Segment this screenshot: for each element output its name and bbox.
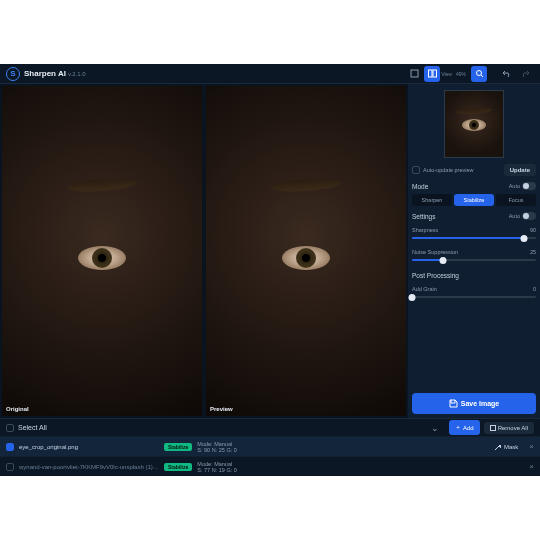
remove-all-button[interactable]: Remove All (484, 422, 534, 434)
file-mode-tag: Stabilize (164, 443, 192, 451)
mode-focus[interactable]: Focus (496, 194, 536, 206)
chevron-down-icon[interactable]: ⌄ (431, 423, 439, 433)
update-button[interactable]: Update (504, 164, 536, 176)
file-row[interactable]: wynand-van-poortvliet-7KKMF9vV0lc-unspla… (0, 456, 540, 476)
zoom-value: 49% (456, 71, 466, 77)
original-label: Original (6, 406, 29, 412)
noise-label: Noise Suppression (412, 249, 458, 255)
sidebar: Auto-update preview Update Mode Auto Sha… (408, 84, 540, 418)
remove-file-icon[interactable]: × (523, 462, 534, 471)
main-area: Original Preview Auto-update preview Upd… (0, 84, 540, 418)
sharpness-value: 90 (530, 227, 536, 233)
select-all-checkbox[interactable] (6, 424, 14, 432)
app-logo-icon: S (6, 67, 20, 81)
preview-thumbnail[interactable] (444, 90, 504, 158)
app-window: S Sharpen AI v.2.1.0 View 49% Original P… (0, 64, 540, 476)
undo-button[interactable] (499, 66, 515, 82)
file-checkbox[interactable] (6, 443, 14, 451)
file-name: wynand-van-poortvliet-7KKMF9vV0lc-unspla… (19, 464, 159, 470)
settings-section-label: Settings (412, 213, 436, 220)
mode-auto-toggle[interactable] (522, 182, 536, 190)
mask-button[interactable]: Mask (494, 443, 518, 451)
file-checkbox[interactable] (6, 463, 14, 471)
svg-rect-1 (428, 70, 432, 77)
preview-pane: Preview (206, 86, 406, 416)
add-file-button[interactable]: ＋Add (449, 420, 480, 435)
titlebar: S Sharpen AI v.2.1.0 View 49% (0, 64, 540, 84)
noise-slider[interactable] (412, 256, 536, 264)
svg-line-4 (481, 75, 483, 77)
file-row[interactable]: eye_crop_original.png Stabilize Mode: Ma… (0, 436, 540, 456)
zoom-icon[interactable] (471, 66, 487, 82)
original-pane: Original (2, 86, 202, 416)
save-image-button[interactable]: Save Image (412, 393, 536, 414)
settings-auto-toggle[interactable] (522, 212, 536, 220)
post-processing-label: Post Processing (412, 272, 459, 279)
noise-value: 25 (530, 249, 536, 255)
auto-update-checkbox[interactable] (412, 166, 420, 174)
app-version: v.2.1.0 (68, 71, 86, 77)
app-title: Sharpen AI (24, 69, 66, 78)
view-split-icon[interactable] (424, 66, 440, 82)
mode-stabilize[interactable]: Stabilize (454, 194, 494, 206)
svg-rect-2 (433, 70, 437, 77)
file-name: eye_crop_original.png (19, 444, 159, 450)
image-viewer[interactable]: Original Preview (0, 84, 408, 418)
file-list-panel: Select All ⌄ ＋Add Remove All eye_crop_or… (0, 418, 540, 476)
view-label: View (441, 71, 452, 77)
auto-update-label: Auto-update preview (423, 167, 473, 173)
svg-point-3 (476, 71, 481, 76)
remove-file-icon[interactable]: × (523, 442, 534, 451)
select-all-label: Select All (18, 424, 47, 431)
mode-sharpen[interactable]: Sharpen (412, 194, 452, 206)
sharpness-label: Sharpness (412, 227, 438, 233)
svg-rect-0 (411, 70, 418, 77)
grain-label: Add Grain (412, 286, 437, 292)
grain-value: 0 (533, 286, 536, 292)
mode-section-label: Mode (412, 183, 428, 190)
redo-button[interactable] (517, 66, 533, 82)
view-single-icon[interactable] (406, 66, 422, 82)
file-mode-tag: Stabilize (164, 463, 192, 471)
preview-label: Preview (210, 406, 233, 412)
grain-slider[interactable] (412, 293, 536, 301)
sharpness-slider[interactable] (412, 234, 536, 242)
mode-selector: Sharpen Stabilize Focus (412, 194, 536, 206)
